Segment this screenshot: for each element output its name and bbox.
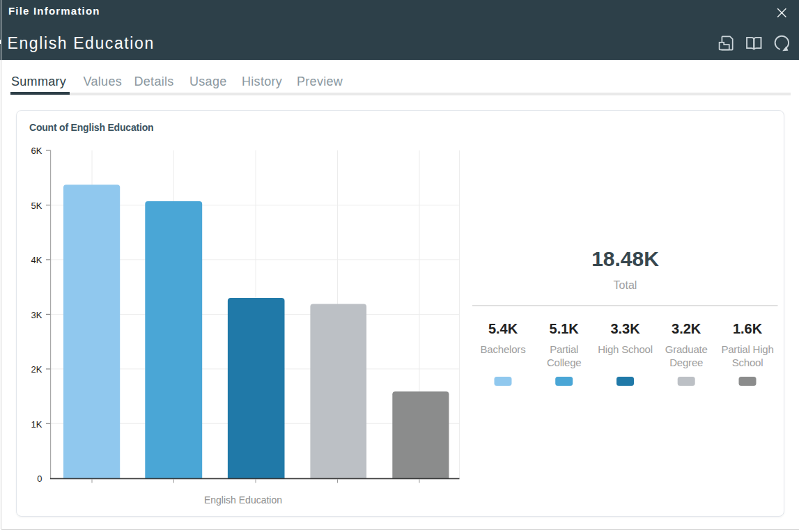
- svg-text:Bachelors: Bachelors: [481, 343, 526, 355]
- svg-text:4K: 4K: [31, 255, 42, 265]
- svg-text:0: 0: [37, 474, 42, 484]
- svg-text:School: School: [732, 357, 763, 368]
- svg-text:Total: Total: [614, 279, 637, 291]
- svg-text:3.3K: 3.3K: [610, 321, 640, 336]
- svg-text:6K: 6K: [31, 146, 42, 156]
- svg-text:5.1K: 5.1K: [550, 321, 580, 336]
- svg-text:High School: High School: [598, 343, 653, 355]
- svg-text:5.4K: 5.4K: [488, 321, 518, 336]
- svg-text:18.48K: 18.48K: [591, 247, 659, 270]
- svg-text:Graduate: Graduate: [665, 343, 708, 355]
- svg-text:Partial High: Partial High: [721, 343, 773, 355]
- svg-text:2K: 2K: [31, 364, 42, 375]
- svg-text:1K: 1K: [31, 419, 42, 430]
- svg-text:College: College: [547, 357, 581, 368]
- svg-text:Partial: Partial: [550, 343, 578, 355]
- svg-text:Count of English Education: Count of English Education: [29, 122, 153, 133]
- svg-text:5K: 5K: [31, 201, 42, 211]
- svg-text:3.2K: 3.2K: [672, 321, 701, 336]
- svg-text:1.6K: 1.6K: [733, 321, 763, 336]
- svg-text:Degree: Degree: [669, 357, 703, 368]
- svg-text:English Education: English Education: [204, 494, 282, 506]
- svg-text:3K: 3K: [31, 310, 42, 320]
